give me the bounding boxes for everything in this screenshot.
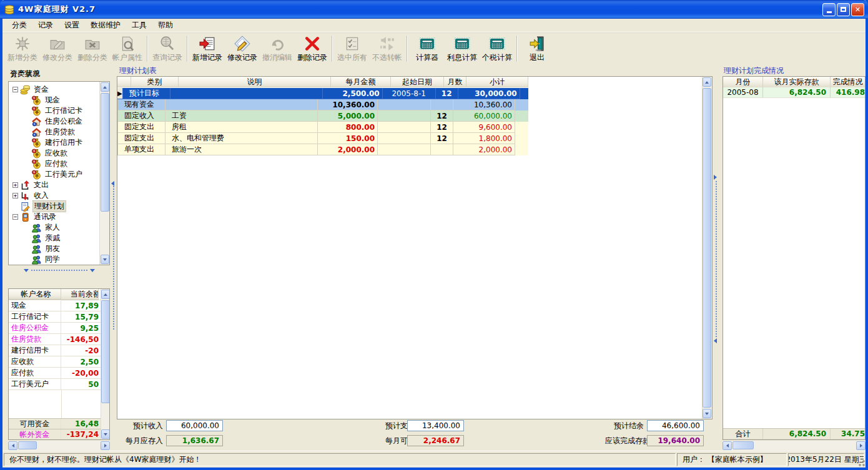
scroll-left-button[interactable] [723,441,732,450]
completion-column-该月实际存款[interactable]: 该月实际存款 [763,77,831,87]
plan-row-单项支出[interactable]: 单项支出旅游一次2,000.002,000.00 [117,144,528,155]
toolbar-button-新增分类[interactable]: 新增分类 [5,34,40,63]
tree-item-通讯录[interactable]: −通讯录 [9,212,99,222]
scroll-right-button[interactable] [101,441,110,450]
toolbar-button-帐户属性[interactable]: 帐户属性 [110,34,145,63]
plan-column-每月金额[interactable]: 每月金额 [331,77,391,87]
asset-row-建行信用卡[interactable]: 建行信用卡-20 [9,345,101,356]
summary-field-预计收入[interactable]: 60,000.00 [166,420,223,431]
maximize-button[interactable] [837,3,850,16]
splitter-arrow-icon[interactable] [714,338,717,343]
tree-item-现金[interactable]: ¥现金 [9,95,99,105]
splitter-arrow-icon[interactable] [90,269,95,272]
plan-vertical-scrollbar[interactable] [702,77,712,419]
tree-item-理财计划[interactable]: 理财计划 [9,201,99,212]
toolbar-button-利息计算[interactable]: 利息计算 [445,34,480,63]
plan-row-预计目标[interactable]: ▶预计目标2,500.002005-8-11230,000.00 [117,88,528,99]
tree-item-住房贷款[interactable]: 住房贷款 [9,127,99,137]
completion-row-2005-08[interactable]: 2005-086,824.50416.98 [723,87,866,98]
scroll-thumb[interactable] [18,441,37,449]
tree-item-住房公积金[interactable]: 住房公积金 [9,116,99,127]
scroll-up-button[interactable] [101,290,110,299]
menu-item-0[interactable]: 分类 [6,19,32,32]
summary-field-预计结余[interactable]: 46,600.00 [647,420,704,431]
scroll-up-button[interactable] [703,77,711,87]
splitter-arrow-icon[interactable] [24,269,29,272]
toolbar-button-查询记录[interactable]: 查询记录 [150,34,185,63]
splitter-arrow-icon[interactable] [714,175,717,180]
tree-item-支出[interactable]: +支出 [9,180,99,190]
completion-horizontal-scrollbar[interactable] [723,441,866,450]
scroll-thumb[interactable] [703,88,711,408]
summary-field-预计支出[interactable]: 13,400.00 [407,420,464,431]
tree-item-亲戚[interactable]: 亲戚 [9,233,99,243]
asset-row-工行美元户[interactable]: 工行美元户50 [9,379,101,390]
tree-vertical-scrollbar[interactable] [99,82,109,265]
menu-item-5[interactable]: 帮助 [152,19,179,32]
assets-column-name[interactable]: 帐户名称 [9,289,61,300]
tree-item-家人[interactable]: 家人 [9,222,99,233]
toolbar-button-选中所有[interactable]: 选中所有 [335,34,370,63]
plan-column-起始日期[interactable]: 起始日期 [391,77,444,87]
completion-column-月份[interactable]: 月份 [723,77,763,87]
toolbar-button-撤消编辑[interactable]: 撤消编辑 [260,34,295,63]
collapse-icon[interactable]: − [12,214,18,220]
resize-grip[interactable] [857,459,866,468]
tree-item-建行信用卡[interactable]: ¥建行信用卡 [9,137,99,148]
plan-column-说明[interactable]: 说明 [179,77,331,87]
toolbar-button-退出[interactable]: 退出 [520,34,555,63]
scroll-down-button[interactable] [101,255,109,264]
asset-row-住房公积金[interactable]: 住房公积金9,25 [9,323,101,334]
scroll-thumb[interactable] [101,93,109,212]
toolbar-button-计算器[interactable]: 计算器 [410,34,445,63]
toolbar-button-修改分类[interactable]: 修改分类 [40,34,75,63]
scroll-right-button[interactable] [856,441,866,450]
plan-column-月数[interactable]: 月数 [444,77,466,87]
completion-column-完成情况[interactable]: 完成情况 [831,77,866,87]
splitter-arrow-icon[interactable] [111,181,114,186]
toolbar-button-删除记录[interactable]: 删除记录 [295,34,330,63]
asset-row-现金[interactable]: 现金17,89 [9,300,101,311]
menu-item-4[interactable]: 工具 [126,19,152,32]
scroll-thumb[interactable] [732,441,754,449]
scroll-down-button[interactable] [101,429,110,439]
assets-horizontal-scrollbar[interactable] [8,441,110,450]
asset-row-应收款[interactable]: 应收款2,50 [9,356,101,368]
tree-item-收入[interactable]: +收入 [9,190,99,201]
scroll-down-button[interactable] [703,409,711,418]
asset-row-工行借记卡[interactable]: 工行借记卡15,79 [9,311,101,323]
close-button[interactable]: ✕ [851,3,864,16]
plan-row-现有资金[interactable]: 现有资金10,360.0010,360.00 [117,99,528,110]
left-vertical-splitter[interactable] [111,64,117,451]
right-vertical-splitter[interactable] [713,64,719,451]
tree-item-工行美元户[interactable]: ¥工行美元户 [9,169,99,180]
tree-item-应收款[interactable]: ¥应收款 [9,148,99,159]
assets-vertical-scrollbar[interactable] [101,289,110,439]
tree-item-应付款[interactable]: ¥应付款 [9,159,99,169]
expand-icon[interactable]: + [12,182,18,188]
toolbar-button-修改记录[interactable]: 修改记录 [225,34,260,63]
asset-row-应付款[interactable]: 应付款-20,00 [9,368,101,379]
toolbar-button-个税计算[interactable]: 个税计算 [480,34,515,63]
tree-item-资金[interactable]: −资金 [9,84,99,95]
asset-row-住房贷款[interactable]: 住房贷款-146,50 [9,334,101,345]
tree-item-同学[interactable]: 同学 [9,254,99,265]
tree-item-朋友[interactable]: 朋友 [9,243,99,254]
plan-row-固定支出[interactable]: 固定支出水、电和管理费150.00121,800.00 [117,133,528,144]
plan-column-小计[interactable]: 小计 [466,77,528,87]
scroll-up-button[interactable] [101,82,109,92]
sidebar-horizontal-splitter[interactable] [8,267,110,273]
expand-icon[interactable]: + [12,193,18,198]
menu-item-1[interactable]: 记录 [32,19,59,32]
scroll-thumb[interactable] [101,300,110,403]
assets-column-balance[interactable]: 当前余额 [61,289,99,300]
menu-item-2[interactable]: 设置 [59,19,85,32]
minimize-button[interactable] [822,3,836,16]
scroll-left-button[interactable] [8,441,17,450]
menu-item-3[interactable]: 数据维护 [85,19,126,32]
toolbar-button-新增记录[interactable]: 新增记录 [190,34,225,63]
toolbar-button-不选转帐[interactable]: 不选转帐 [370,34,405,63]
toolbar-button-删除分类[interactable]: 删除分类 [75,34,110,63]
tree-item-工行借记卡[interactable]: ¥工行借记卡 [9,105,99,116]
plan-row-固定支出[interactable]: 固定支出房租800.00129,600.00 [117,122,528,133]
